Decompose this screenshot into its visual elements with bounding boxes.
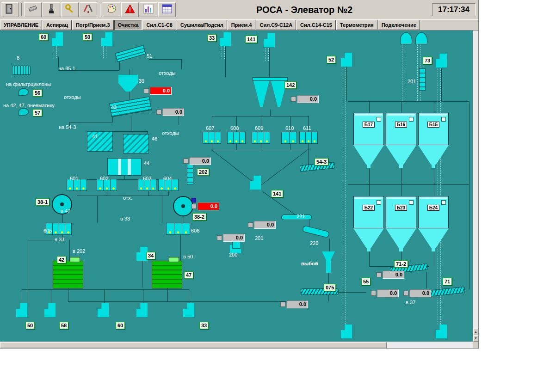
distributor-cells-icon[interactable] (166, 223, 190, 235)
elevator-boot-icon[interactable] (264, 33, 275, 47)
elevator-boot-icon[interactable] (341, 325, 352, 338)
separator-icon[interactable] (87, 131, 113, 152)
pipe-section-icon[interactable] (419, 68, 426, 91)
tools-button[interactable] (80, 2, 97, 17)
hopper-icon[interactable] (118, 75, 138, 92)
tag-202[interactable]: 202 (197, 168, 209, 176)
vertical-scrollbar[interactable]: ▲ ▼ (473, 31, 478, 342)
elevator-boot-icon[interactable] (341, 53, 352, 67)
belt-conveyor-icon[interactable] (302, 225, 330, 238)
tag-50[interactable]: 50 (25, 322, 35, 329)
distributor-cells-icon[interactable] (281, 132, 297, 144)
tag-55[interactable]: 55 (361, 278, 371, 285)
tag-54-3[interactable]: 54-3 (315, 158, 328, 165)
tab-Подключение[interactable]: Подключение (378, 20, 420, 30)
tag-60[interactable]: 60 (39, 33, 48, 41)
discharge-spout-icon[interactable] (322, 251, 335, 273)
tag-34[interactable]: 34 (146, 252, 155, 259)
separator-funnels-icon[interactable] (253, 77, 288, 110)
silo-Б23[interactable]: Б23 (386, 196, 416, 251)
elevator-boot-icon[interactable] (183, 303, 194, 317)
elevator-boot-icon[interactable] (220, 32, 231, 46)
tab-Термометрия[interactable]: Термометрия (336, 20, 377, 30)
elevator-boot-icon[interactable] (136, 303, 148, 317)
grain-cleaner-machine-icon[interactable] (53, 261, 83, 288)
elevator-boot-icon[interactable] (436, 325, 447, 338)
elevator-boot-icon[interactable] (44, 303, 56, 317)
tag-38-1[interactable]: 38-1 (36, 198, 49, 206)
machine-icon[interactable] (107, 158, 142, 176)
tab-Очистка[interactable]: Очистка (114, 20, 142, 30)
cyclone-icon[interactable] (415, 32, 427, 44)
elevator-boot-icon[interactable] (52, 32, 63, 46)
elevator-boot-icon[interactable] (250, 176, 261, 190)
vertical-scroll-track[interactable] (473, 31, 478, 329)
sieve-machine-icon[interactable] (115, 45, 146, 62)
filter-coil-icon[interactable] (12, 66, 31, 75)
silo-Б17[interactable]: Б17 (353, 113, 384, 168)
separator-icon[interactable] (123, 134, 149, 153)
eraser-button[interactable] (24, 2, 42, 17)
tag-075[interactable]: 075 (324, 284, 336, 291)
silo-Б16[interactable]: Б16 (386, 113, 416, 168)
screw-conveyor-icon[interactable] (426, 287, 465, 297)
tag-56[interactable]: 56 (33, 89, 42, 97)
fan-icon[interactable] (19, 88, 29, 96)
fan-icon[interactable] (19, 108, 29, 116)
tag-141[interactable]: 141 (245, 36, 257, 43)
tag-42[interactable]: 42 (57, 256, 66, 263)
tag-58[interactable]: 58 (59, 322, 68, 329)
pipe-section-icon[interactable] (187, 164, 193, 185)
tag-142[interactable]: 142 (284, 81, 297, 89)
tag-60[interactable]: 60 (116, 322, 125, 329)
horizontal-scrollbar[interactable] (0, 342, 473, 348)
tag-33[interactable]: 33 (207, 34, 216, 42)
distributor-cells-icon[interactable] (299, 132, 318, 144)
tag-38-2[interactable]: 38-2 (192, 213, 206, 220)
alarm-triangle-button[interactable] (121, 2, 139, 17)
tag-57[interactable]: 57 (33, 109, 42, 116)
tab-Сушилка/Подсил[interactable]: Сушилка/Подсил (177, 20, 227, 30)
tab-УПРАВЛЕНИЕ[interactable]: УПРАВЛЕНИЕ (0, 20, 42, 30)
elevator-boot-icon[interactable] (436, 54, 447, 67)
elevator-boot-icon[interactable] (101, 32, 112, 46)
tab-Сил.С9-С12А[interactable]: Сил.С9-С12А (256, 20, 296, 30)
tab-Погр/Прием.3[interactable]: Погр/Прием.3 (72, 20, 114, 30)
key-button[interactable] (61, 2, 79, 17)
tag-73[interactable]: 73 (423, 57, 432, 64)
grain-cleaner-machine-icon[interactable] (152, 261, 182, 288)
tag-141[interactable]: 141 (271, 190, 283, 197)
bar-chart-button[interactable] (140, 2, 157, 17)
indicator-square (371, 291, 376, 296)
schedule-grid-button[interactable] (158, 2, 176, 17)
elevator-boot-icon[interactable] (16, 303, 27, 317)
blower-fan-icon[interactable] (173, 196, 193, 216)
tag-50[interactable]: 50 (83, 33, 92, 41)
distributor-cells-icon[interactable] (252, 132, 270, 144)
silo-Б15[interactable]: Б15 (418, 113, 449, 168)
paintbrush-button[interactable] (43, 2, 60, 17)
tag-33[interactable]: 33 (199, 322, 209, 329)
tag-47[interactable]: 47 (184, 271, 193, 279)
display-value: 0.0 (297, 95, 319, 103)
distributor-cells-icon[interactable] (203, 132, 221, 144)
scroll-up-button[interactable]: ▲ (473, 329, 478, 335)
distributor-cells-icon[interactable] (227, 132, 246, 144)
tag-71-2[interactable]: 71-2 (394, 260, 408, 268)
tab-Сил.С14-С15[interactable]: Сил.С14-С15 (297, 20, 336, 30)
tab-Сил.С1-С8[interactable]: Сил.С1-С8 (142, 20, 176, 30)
cyclone-icon[interactable] (400, 32, 412, 44)
exit-door-button[interactable] (1, 2, 19, 17)
display-value: 0.0 (162, 108, 184, 116)
horizontal-scroll-thumb[interactable] (0, 342, 387, 348)
key-icon (64, 3, 75, 16)
tab-Аспирац[interactable]: Аспирац (43, 20, 72, 30)
tab-Прием.4[interactable]: Прием.4 (228, 20, 256, 30)
palette-button[interactable] (103, 2, 120, 17)
tag-71[interactable]: 71 (443, 278, 452, 285)
silo-Б22[interactable]: Б22 (353, 196, 384, 251)
elevator-boot-icon[interactable] (98, 303, 109, 317)
tag-52[interactable]: 52 (327, 56, 336, 63)
silo-Б24[interactable]: Б24 (418, 196, 449, 251)
scroll-down-button[interactable]: ▼ (473, 335, 478, 342)
